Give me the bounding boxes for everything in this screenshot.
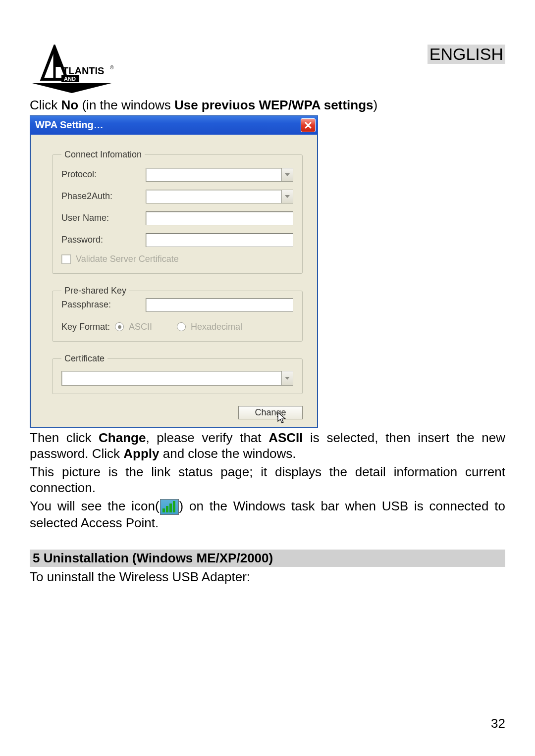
username-label: User Name:	[61, 213, 141, 223]
ascii-radio[interactable]	[115, 322, 124, 331]
cert-legend: Certificate	[61, 353, 107, 364]
validate-cert-label: Validate Server Certificate	[76, 254, 179, 264]
instruction-paragraph-1: Then click Change, please verify that AS…	[30, 430, 505, 462]
hex-radio[interactable]	[177, 322, 186, 331]
instruction-paragraph-2: This picture is the link status page; it…	[30, 464, 505, 496]
close-icon[interactable]	[301, 118, 316, 132]
hex-label: Hexadecimal	[191, 322, 242, 332]
certificate-combo[interactable]	[61, 371, 293, 386]
page-number: 32	[491, 716, 505, 731]
keyformat-label: Key Format:	[61, 322, 110, 332]
password-input[interactable]	[146, 233, 293, 247]
ascii-label: ASCII	[129, 322, 152, 332]
preshared-key-group: Pre-shared Key Passphrase: Key Format: A…	[52, 286, 303, 342]
svg-text:TLANTIS: TLANTIS	[62, 65, 104, 76]
phase2auth-label: Phase2Auth:	[61, 191, 141, 202]
psk-legend: Pre-shared Key	[61, 286, 129, 296]
password-label: Password:	[61, 235, 141, 245]
protocol-combo[interactable]	[146, 168, 293, 182]
passphrase-label: Passphrase:	[61, 300, 141, 310]
instruction-line-1: Click No (in the windows Use previuos WE…	[30, 97, 505, 113]
passphrase-input[interactable]	[146, 298, 293, 312]
protocol-label: Protocol:	[61, 169, 141, 180]
language-badge: ENGLISH	[428, 45, 505, 64]
dialog-titlebar[interactable]: WPA Setting…	[30, 116, 318, 135]
wpa-setting-dialog: WPA Setting… Connect Infomation Protocol…	[30, 115, 318, 428]
username-input[interactable]	[146, 211, 293, 225]
dialog-title: WPA Setting…	[35, 119, 104, 131]
chevron-down-icon[interactable]	[281, 168, 293, 182]
chevron-down-icon[interactable]	[281, 190, 293, 203]
instruction-paragraph-3: You will see the icon( ) on the Windows …	[30, 498, 505, 531]
section-heading: 5 Uninstallation (Windows ME/XP/2000)	[30, 550, 505, 567]
validate-cert-checkbox[interactable]	[61, 254, 71, 264]
change-button[interactable]: Change	[238, 406, 303, 419]
connect-information-group: Connect Infomation Protocol: Phase2Auth:…	[52, 150, 303, 274]
phase2auth-combo[interactable]	[146, 190, 293, 203]
brand-logo: TLANTIS ® AND	[30, 45, 114, 94]
certificate-group: Certificate	[52, 353, 303, 394]
section-line: To uninstall the Wireless USB Adapter:	[30, 569, 505, 585]
signal-strength-icon	[160, 499, 179, 515]
chevron-down-icon[interactable]	[281, 371, 293, 386]
connect-legend: Connect Infomation	[61, 150, 145, 160]
svg-text:®: ®	[110, 65, 114, 70]
svg-text:AND: AND	[64, 76, 76, 82]
